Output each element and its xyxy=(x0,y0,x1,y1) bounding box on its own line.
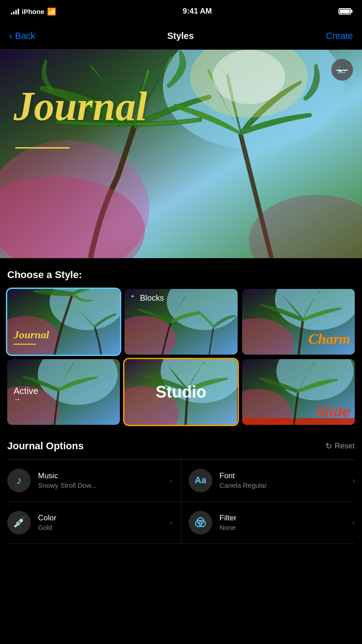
option-filter-value: None xyxy=(219,524,345,531)
option-font-label: Font xyxy=(219,471,345,481)
mute-icon: 🔈 xyxy=(337,64,348,75)
style-active-arrow: → xyxy=(14,395,21,404)
music-note-icon: ♪ xyxy=(16,474,22,487)
mute-button[interactable]: 🔈 xyxy=(331,59,353,81)
options-header: Journal Options ↻ Reset xyxy=(7,440,355,452)
style-charm-label: Charm xyxy=(309,331,350,347)
option-music[interactable]: ♪ Music Snowy Stroll Dow... › xyxy=(7,460,181,502)
battery-fill xyxy=(340,10,350,13)
options-grid: ♪ Music Snowy Stroll Dow... › Aa Font Ca… xyxy=(7,460,355,544)
choose-style-label: Choose a Style: xyxy=(7,269,355,281)
reset-label[interactable]: Reset xyxy=(335,442,355,451)
option-font-icon-wrap: Aa xyxy=(189,469,212,492)
back-chevron-icon: ‹ xyxy=(9,30,12,42)
style-blocks-label: Blocks xyxy=(140,293,164,303)
style-journal-label: Journal xyxy=(14,329,49,341)
hero-title: Journal xyxy=(14,86,147,127)
font-aa-icon: Aa xyxy=(195,475,206,485)
create-button[interactable]: Create xyxy=(326,31,353,41)
option-filter-text: Filter None xyxy=(219,514,345,531)
wifi-icon: 📶 xyxy=(47,7,56,16)
style-item-charm[interactable]: Charm xyxy=(242,289,355,355)
option-music-text: Music Snowy Stroll Dow... xyxy=(38,471,162,489)
style-slide-label: Slide xyxy=(316,404,350,420)
option-font-text: Font Canela Regular xyxy=(219,471,345,489)
options-section: Journal Options ↻ Reset ♪ Music Snowy St… xyxy=(0,429,362,544)
font-chevron-icon: › xyxy=(352,476,355,485)
status-right xyxy=(338,8,351,14)
nav-bar: ‹ Back Styles Create xyxy=(0,23,362,50)
status-bar: iPhone 📶 9:41 AM xyxy=(0,0,362,23)
option-music-label: Music xyxy=(38,471,162,481)
palm-tree-background xyxy=(0,50,362,258)
battery-indicator xyxy=(338,8,351,14)
option-font[interactable]: Aa Font Canela Regular › xyxy=(181,460,355,502)
options-title: Journal Options xyxy=(7,440,84,452)
signal-bar-2 xyxy=(13,11,14,14)
page-title: Styles xyxy=(167,31,194,41)
filter-chevron-icon: › xyxy=(352,519,355,527)
style-journal-bg xyxy=(7,289,120,355)
color-chevron-icon: › xyxy=(170,519,172,527)
eyedropper-icon: 💉 xyxy=(13,517,25,529)
option-music-icon-wrap: ♪ xyxy=(7,469,31,492)
music-chevron-icon: › xyxy=(170,476,172,485)
option-filter[interactable]: Filter None › xyxy=(181,502,355,544)
style-item-slide[interactable]: Slide xyxy=(242,359,355,425)
option-color-text: Color Gold xyxy=(38,514,162,531)
back-label[interactable]: Back xyxy=(15,31,35,41)
reset-button[interactable]: ↻ Reset xyxy=(325,441,355,451)
hero-preview: Journal 🔈 xyxy=(0,50,362,258)
time-display: 9:41 AM xyxy=(183,7,212,16)
svg-point-6 xyxy=(213,50,285,104)
style-studio-label: Studio xyxy=(156,383,206,402)
signal-bars xyxy=(11,8,19,14)
bottom-spacer xyxy=(0,544,362,580)
style-journal-underline xyxy=(14,344,36,345)
signal-bar-4 xyxy=(18,9,19,14)
option-music-value: Snowy Stroll Dow... xyxy=(38,481,162,489)
back-button[interactable]: ‹ Back xyxy=(9,30,35,42)
option-color-icon-wrap: 💉 xyxy=(7,511,31,534)
signal-bar-1 xyxy=(11,13,12,14)
option-color[interactable]: 💉 Color Gold › xyxy=(7,502,181,544)
option-color-label: Color xyxy=(38,514,162,523)
status-left: iPhone 📶 xyxy=(11,7,56,16)
option-filter-icon-wrap xyxy=(189,511,212,534)
hero-underline-decoration xyxy=(15,147,70,149)
style-item-studio[interactable]: Studio xyxy=(124,359,237,425)
carrier-label: iPhone xyxy=(22,8,44,15)
filter-circles-icon xyxy=(194,516,207,529)
style-item-blocks[interactable]: Blocks xyxy=(124,289,237,355)
reset-icon: ↻ xyxy=(325,441,332,451)
option-font-value: Canela Regular xyxy=(219,481,345,489)
style-item-journal[interactable]: Journal xyxy=(7,289,120,355)
style-grid: Journal xyxy=(7,289,355,425)
style-blocks-label-container: Blocks xyxy=(128,293,164,303)
signal-bar-3 xyxy=(15,10,17,14)
style-active-label: Active xyxy=(14,386,38,396)
option-color-value: Gold xyxy=(38,524,162,531)
option-filter-label: Filter xyxy=(219,514,345,523)
styles-section: Choose a Style: xyxy=(0,258,362,425)
style-item-active[interactable]: Active → xyxy=(7,359,120,425)
